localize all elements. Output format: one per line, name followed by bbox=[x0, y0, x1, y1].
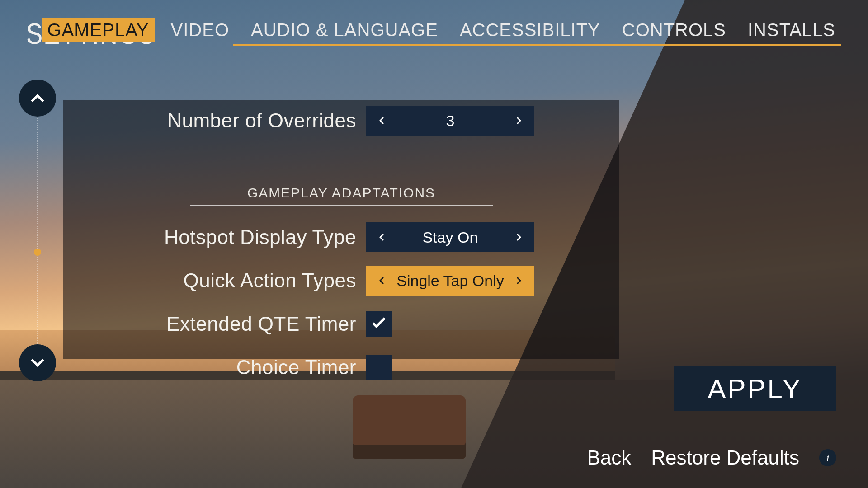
row-extended-qte-timer: Extended QTE Timer bbox=[63, 308, 619, 340]
quick-next[interactable] bbox=[509, 271, 529, 291]
row-quick-action-types: Quick Action Types Single Tap Only bbox=[63, 265, 619, 296]
hotspot-value: Stay On bbox=[423, 229, 478, 246]
chevron-left-icon bbox=[376, 232, 387, 243]
chevron-up-icon bbox=[28, 88, 47, 108]
tab-controls[interactable]: CONTROLS bbox=[617, 18, 731, 42]
tabs-bar: GAMEPLAY VIDEO AUDIO & LANGUAGE ACCESSIB… bbox=[42, 18, 841, 42]
tab-audio-language[interactable]: AUDIO & LANGUAGE bbox=[245, 18, 443, 42]
info-button[interactable]: i bbox=[819, 449, 836, 466]
tabs-underline bbox=[233, 44, 841, 46]
checkmark-icon bbox=[369, 314, 389, 334]
hotspot-prev[interactable] bbox=[372, 227, 392, 247]
row-choice-timer: Choice Timer bbox=[63, 352, 619, 383]
bottom-actions: Back Restore Defaults i bbox=[587, 446, 836, 469]
settings-panel: Number of Overrides 3 GAMEPLAY ADAPTATIO… bbox=[63, 100, 619, 359]
label-quick-action-types: Quick Action Types bbox=[63, 269, 366, 292]
apply-button[interactable]: APPLY bbox=[674, 366, 836, 411]
chevron-down-icon bbox=[28, 353, 47, 373]
chevron-right-icon bbox=[514, 115, 524, 126]
stepper-number-of-overrides: 3 bbox=[366, 106, 534, 136]
chevron-left-icon bbox=[376, 115, 387, 126]
hotspot-next[interactable] bbox=[509, 227, 529, 247]
label-extended-qte-timer: Extended QTE Timer bbox=[63, 313, 366, 335]
scroll-track bbox=[37, 117, 38, 344]
checkbox-extended-qte-timer[interactable] bbox=[366, 311, 392, 337]
scroll-down-button[interactable] bbox=[19, 344, 56, 381]
bg-car bbox=[353, 395, 466, 459]
scroll-up-button[interactable] bbox=[19, 80, 56, 117]
stepper-hotspot-display-type: Stay On bbox=[366, 222, 534, 252]
tab-accessibility[interactable]: ACCESSIBILITY bbox=[454, 18, 606, 42]
section-title-gameplay-adaptations: GAMEPLAY ADAPTATIONS bbox=[63, 185, 619, 201]
row-number-of-overrides: Number of Overrides 3 bbox=[63, 105, 619, 136]
label-hotspot-display-type: Hotspot Display Type bbox=[63, 226, 366, 249]
back-button[interactable]: Back bbox=[587, 446, 631, 469]
tab-video[interactable]: VIDEO bbox=[165, 18, 235, 42]
info-icon: i bbox=[826, 452, 830, 464]
overrides-decrement[interactable] bbox=[372, 111, 392, 131]
scroll-position-indicator bbox=[34, 249, 41, 256]
chevron-right-icon bbox=[514, 232, 524, 243]
tab-installs[interactable]: INSTALLS bbox=[742, 18, 841, 42]
quick-prev[interactable] bbox=[372, 271, 392, 291]
chevron-right-icon bbox=[514, 275, 524, 286]
quick-value: Single Tap Only bbox=[396, 272, 504, 290]
section-divider bbox=[190, 205, 493, 206]
row-hotspot-display-type: Hotspot Display Type Stay On bbox=[63, 221, 619, 253]
tab-gameplay[interactable]: GAMEPLAY bbox=[42, 18, 154, 42]
stepper-quick-action-types: Single Tap Only bbox=[366, 266, 534, 296]
overrides-value: 3 bbox=[446, 112, 455, 130]
checkbox-choice-timer[interactable] bbox=[366, 355, 392, 380]
label-choice-timer: Choice Timer bbox=[63, 356, 366, 379]
restore-defaults-button[interactable]: Restore Defaults bbox=[651, 446, 799, 469]
chevron-left-icon bbox=[376, 275, 387, 286]
overrides-increment[interactable] bbox=[509, 111, 529, 131]
label-number-of-overrides: Number of Overrides bbox=[63, 109, 366, 132]
